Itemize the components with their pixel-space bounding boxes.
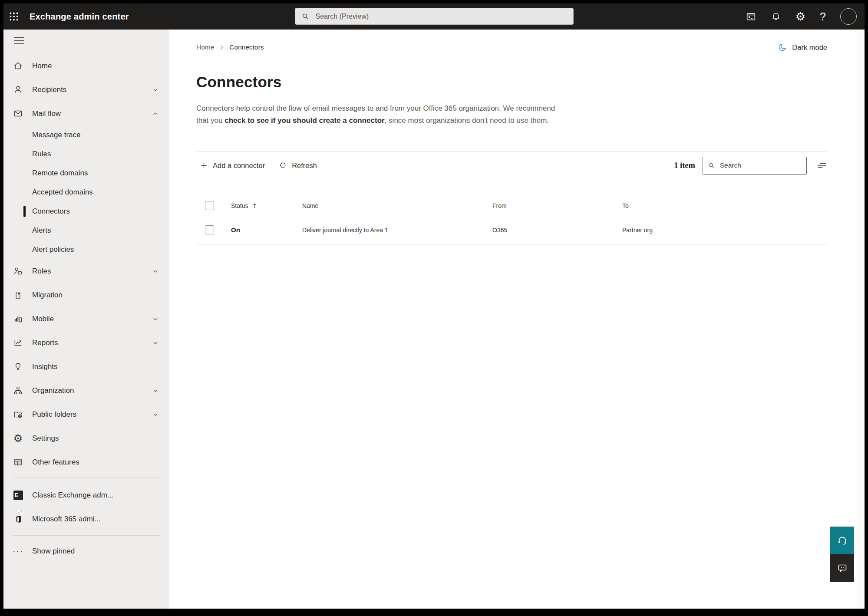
column-header-to[interactable]: To [622,202,827,209]
search-icon [708,161,715,170]
refresh-label: Refresh [292,161,317,170]
sidebar-item-accepted-domains[interactable]: Accepted domains [3,183,169,202]
add-connector-label: Add a connector [213,161,265,170]
search-icon [301,12,310,21]
sidebar-item-label: Microsoft 365 admi... [32,515,101,524]
breadcrumb-current: Connectors [229,43,264,51]
sidebar-item-migration[interactable]: Migration [3,283,169,307]
sidebar-item-label: Migration [32,291,63,300]
select-all-checkbox[interactable] [205,201,214,210]
sidebar: Home Recipients [3,30,169,609]
page-description: Connectors help control the flow of emai… [196,102,564,126]
sidebar-item-remote-domains[interactable]: Remote domains [3,164,169,183]
table-row[interactable]: On Deliver journal directly to Area 1 O3… [196,215,827,245]
sidebar-item-recipients[interactable]: Recipients [3,78,169,102]
list-search-input[interactable] [719,161,802,170]
sidebar-item-mobile[interactable]: Mobile [3,307,169,331]
sidebar-item-alerts[interactable]: Alerts [3,221,169,240]
column-header-name[interactable]: Name [302,202,492,209]
sidebar-item-settings[interactable]: ⚙ Settings [3,426,169,450]
row-name[interactable]: Deliver journal directly to Area 1 [302,227,492,234]
hamburger-icon [14,37,24,45]
sidebar-divider [13,478,161,478]
migration-icon [13,290,23,300]
question-icon: ? [820,11,826,22]
chart-line-icon [13,338,23,348]
chevron-right-icon [219,45,224,50]
sidebar-item-other-features[interactable]: Other features [3,450,169,474]
row-to: Partner org [622,227,827,234]
sidebar-item-label: Alerts [32,226,51,235]
filter-button[interactable] [816,160,827,171]
sidebar-item-mail-flow[interactable]: Mail flow [3,102,169,125]
global-search-input[interactable] [314,12,567,21]
breadcrumb: Home Connectors [196,43,264,51]
app-window: Exchange admin center [3,3,865,609]
sidebar-item-reports[interactable]: Reports [3,331,169,355]
topbar-actions: ⚙ ? [746,8,865,25]
sidebar-item-label: Recipients [32,86,66,94]
chevron-down-icon [152,411,159,418]
global-search-box[interactable] [295,8,574,25]
sidebar-item-label: Mail flow [32,109,61,118]
org-chart-icon [13,385,23,395]
sidebar-item-label: Alert policies [32,245,74,254]
dark-mode-toggle[interactable]: Dark mode [778,43,827,52]
sidebar-item-label: Other features [32,458,79,467]
add-connector-button[interactable]: Add a connector [196,159,268,172]
sidebar-item-public-folders[interactable]: Public folders [3,402,169,426]
sidebar-divider [13,535,161,536]
topbar: Exchange admin center [3,3,865,30]
refresh-button[interactable]: Refresh [275,159,320,172]
sidebar-item-message-trace[interactable]: Message trace [3,125,169,145]
sidebar-item-insights[interactable]: Insights [3,355,169,379]
lightbulb-icon [13,362,23,372]
terminal-icon [746,11,756,22]
column-header-from[interactable]: From [492,202,622,209]
waffle-icon [8,11,20,22]
connectors-table: Status ↑ Name From To On Deliver journal… [196,196,827,245]
classic-exchange-icon: E [13,490,23,500]
gear-icon: ⚙ [13,433,23,443]
sidebar-item-classic-exchange[interactable]: E Classic Exchange adm... [3,483,169,507]
sidebar-item-rules[interactable]: Rules [3,145,169,164]
help-button[interactable]: ? [820,11,826,22]
app-launcher-button[interactable] [3,3,24,30]
nav-collapse-button[interactable] [14,37,24,45]
sidebar-item-m365-admin[interactable]: Microsoft 365 admi... [3,507,169,531]
mobile-stats-icon [13,314,23,324]
row-checkbox[interactable] [205,225,214,234]
toolbar-divider: Add a connector Refresh 1 item [196,151,827,179]
sidebar-item-label: Home [32,62,52,70]
chevron-down-icon [152,86,159,93]
sidebar-item-organization[interactable]: Organization [3,379,169,402]
scrollbar-track[interactable] [858,30,865,609]
feedback-bubble-icon [837,562,848,573]
breadcrumb-home-link[interactable]: Home [196,43,214,51]
settings-button[interactable]: ⚙ [795,11,805,22]
sidebar-item-alert-policies[interactable]: Alert policies [3,240,169,259]
gear-icon: ⚙ [795,11,805,22]
row-from: O365 [492,227,622,234]
refresh-icon [279,161,287,170]
sidebar-item-show-pinned[interactable]: ··· Show pinned [3,539,169,563]
sidebar-item-roles[interactable]: Roles [3,259,169,283]
feedback-button[interactable] [830,554,854,582]
folder-globe-icon [13,409,23,419]
sidebar-item-connectors[interactable]: Connectors [3,202,169,221]
list-search-box[interactable] [703,157,807,175]
powershell-button[interactable] [746,11,756,22]
notifications-button[interactable] [771,11,781,22]
column-header-status[interactable]: Status ↑ [231,202,302,209]
description-text: , since most organizations don't need to… [385,116,549,125]
sidebar-nav: Home Recipients [3,54,169,563]
sidebar-item-label: Insights [32,362,58,371]
microsoft-365-icon [13,514,23,524]
sidebar-item-label: Show pinned [32,547,75,556]
create-connector-link[interactable]: check to see if you should create a conn… [224,116,384,125]
support-button[interactable] [830,527,854,554]
sidebar-item-home[interactable]: Home [3,54,169,78]
envelope-icon [13,109,23,119]
home-icon [13,61,23,71]
account-avatar[interactable] [840,8,857,25]
